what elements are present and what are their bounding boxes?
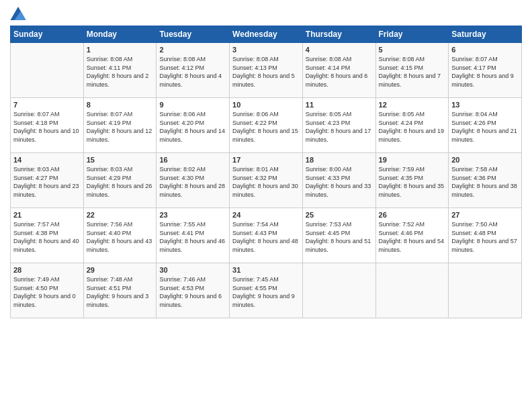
- cell-5-3: 30Sunrise: 7:46 AMSunset: 4:53 PMDayligh…: [157, 263, 230, 318]
- cell-1-5: 4Sunrise: 8:08 AMSunset: 4:14 PMDaylight…: [302, 43, 375, 98]
- week-row-4: 21Sunrise: 7:57 AMSunset: 4:38 PMDayligh…: [11, 208, 522, 263]
- cell-info: Sunrise: 7:54 AMSunset: 4:43 PMDaylight:…: [232, 220, 300, 254]
- logo-icon: [10, 7, 26, 20]
- col-header-wednesday: Wednesday: [230, 26, 303, 43]
- day-number: 7: [13, 101, 81, 109]
- cell-2-4: 10Sunrise: 8:06 AMSunset: 4:22 PMDayligh…: [230, 98, 303, 153]
- cell-1-6: 5Sunrise: 8:08 AMSunset: 4:15 PMDaylight…: [375, 43, 449, 98]
- day-number: 22: [87, 211, 154, 219]
- logo: [10, 7, 29, 20]
- cell-info: Sunrise: 8:07 AMSunset: 4:18 PMDaylight:…: [13, 110, 81, 144]
- day-number: 18: [306, 156, 373, 164]
- cell-2-3: 9Sunrise: 8:06 AMSunset: 4:20 PMDaylight…: [157, 98, 230, 153]
- col-header-saturday: Saturday: [449, 26, 522, 43]
- cell-4-5: 25Sunrise: 7:53 AMSunset: 4:45 PMDayligh…: [302, 208, 375, 263]
- day-number: 30: [159, 266, 226, 274]
- cell-4-1: 21Sunrise: 7:57 AMSunset: 4:38 PMDayligh…: [11, 208, 84, 263]
- cell-info: Sunrise: 8:06 AMSunset: 4:20 PMDaylight:…: [159, 110, 226, 144]
- day-number: 3: [232, 46, 300, 54]
- col-header-tuesday: Tuesday: [157, 26, 230, 43]
- cell-3-1: 14Sunrise: 8:03 AMSunset: 4:27 PMDayligh…: [11, 153, 84, 208]
- cell-1-2: 1Sunrise: 8:08 AMSunset: 4:11 PMDaylight…: [83, 43, 157, 98]
- day-number: 10: [232, 101, 300, 109]
- cell-info: Sunrise: 8:08 AMSunset: 4:14 PMDaylight:…: [306, 55, 373, 89]
- cell-5-7: [449, 263, 522, 318]
- cell-5-2: 29Sunrise: 7:48 AMSunset: 4:51 PMDayligh…: [83, 263, 157, 318]
- cell-info: Sunrise: 7:50 AMSunset: 4:48 PMDaylight:…: [451, 220, 519, 254]
- cell-info: Sunrise: 7:57 AMSunset: 4:38 PMDaylight:…: [13, 220, 81, 254]
- day-number: 29: [87, 266, 154, 274]
- cell-1-3: 2Sunrise: 8:08 AMSunset: 4:12 PMDaylight…: [157, 43, 230, 98]
- cell-3-5: 18Sunrise: 8:00 AMSunset: 4:33 PMDayligh…: [302, 153, 375, 208]
- week-row-2: 7Sunrise: 8:07 AMSunset: 4:18 PMDaylight…: [11, 98, 522, 153]
- cell-info: Sunrise: 7:53 AMSunset: 4:45 PMDaylight:…: [306, 220, 373, 254]
- cell-info: Sunrise: 7:55 AMSunset: 4:41 PMDaylight:…: [159, 220, 226, 254]
- cell-3-3: 16Sunrise: 8:02 AMSunset: 4:30 PMDayligh…: [157, 153, 230, 208]
- cell-info: Sunrise: 7:58 AMSunset: 4:36 PMDaylight:…: [451, 165, 519, 199]
- day-number: 17: [232, 156, 300, 164]
- day-number: 15: [87, 156, 154, 164]
- cell-2-6: 12Sunrise: 8:05 AMSunset: 4:24 PMDayligh…: [375, 98, 449, 153]
- cell-2-1: 7Sunrise: 8:07 AMSunset: 4:18 PMDaylight…: [11, 98, 84, 153]
- week-row-5: 28Sunrise: 7:49 AMSunset: 4:50 PMDayligh…: [11, 263, 522, 318]
- cell-5-6: [375, 263, 449, 318]
- col-header-friday: Friday: [375, 26, 449, 43]
- cell-info: Sunrise: 7:48 AMSunset: 4:51 PMDaylight:…: [87, 275, 154, 309]
- cell-info: Sunrise: 7:45 AMSunset: 4:55 PMDaylight:…: [232, 275, 300, 309]
- day-number: 24: [232, 211, 300, 219]
- day-number: 8: [87, 101, 154, 109]
- day-number: 11: [306, 101, 373, 109]
- col-header-sunday: Sunday: [11, 26, 84, 43]
- calendar-table: SundayMondayTuesdayWednesdayThursdayFrid…: [10, 26, 522, 318]
- day-number: 19: [379, 156, 446, 164]
- day-number: 26: [379, 211, 446, 219]
- day-number: 2: [159, 46, 226, 54]
- cell-5-1: 28Sunrise: 7:49 AMSunset: 4:50 PMDayligh…: [11, 263, 84, 318]
- day-number: 31: [232, 266, 300, 274]
- cell-info: Sunrise: 8:06 AMSunset: 4:22 PMDaylight:…: [232, 110, 300, 144]
- cell-1-1: [11, 43, 84, 98]
- col-header-monday: Monday: [83, 26, 157, 43]
- day-number: 6: [451, 46, 519, 54]
- cell-5-4: 31Sunrise: 7:45 AMSunset: 4:55 PMDayligh…: [230, 263, 303, 318]
- cell-4-6: 26Sunrise: 7:52 AMSunset: 4:46 PMDayligh…: [375, 208, 449, 263]
- cell-1-4: 3Sunrise: 8:08 AMSunset: 4:13 PMDaylight…: [230, 43, 303, 98]
- cell-3-2: 15Sunrise: 8:03 AMSunset: 4:29 PMDayligh…: [83, 153, 157, 208]
- day-number: 16: [159, 156, 226, 164]
- cell-3-7: 20Sunrise: 7:58 AMSunset: 4:36 PMDayligh…: [449, 153, 522, 208]
- day-number: 1: [87, 46, 154, 54]
- day-number: 23: [159, 211, 226, 219]
- day-number: 4: [306, 46, 373, 54]
- week-row-3: 14Sunrise: 8:03 AMSunset: 4:27 PMDayligh…: [11, 153, 522, 208]
- day-number: 25: [306, 211, 373, 219]
- cell-3-6: 19Sunrise: 7:59 AMSunset: 4:35 PMDayligh…: [375, 153, 449, 208]
- cell-info: Sunrise: 8:03 AMSunset: 4:29 PMDaylight:…: [87, 165, 154, 199]
- day-number: 12: [379, 101, 446, 109]
- cell-info: Sunrise: 8:05 AMSunset: 4:23 PMDaylight:…: [306, 110, 373, 144]
- header-row: SundayMondayTuesdayWednesdayThursdayFrid…: [11, 26, 522, 43]
- day-number: 20: [451, 156, 519, 164]
- day-number: 27: [451, 211, 519, 219]
- cell-info: Sunrise: 8:08 AMSunset: 4:15 PMDaylight:…: [379, 55, 446, 89]
- cell-info: Sunrise: 8:08 AMSunset: 4:13 PMDaylight:…: [232, 55, 300, 89]
- main-container: SundayMondayTuesdayWednesdayThursdayFrid…: [0, 0, 532, 325]
- cell-info: Sunrise: 8:03 AMSunset: 4:27 PMDaylight:…: [13, 165, 81, 199]
- cell-info: Sunrise: 8:08 AMSunset: 4:11 PMDaylight:…: [87, 55, 154, 89]
- cell-2-2: 8Sunrise: 8:07 AMSunset: 4:19 PMDaylight…: [83, 98, 157, 153]
- day-number: 5: [379, 46, 446, 54]
- cell-2-7: 13Sunrise: 8:04 AMSunset: 4:26 PMDayligh…: [449, 98, 522, 153]
- cell-4-3: 23Sunrise: 7:55 AMSunset: 4:41 PMDayligh…: [157, 208, 230, 263]
- header: [10, 7, 522, 20]
- cell-info: Sunrise: 7:56 AMSunset: 4:40 PMDaylight:…: [87, 220, 154, 254]
- cell-info: Sunrise: 8:02 AMSunset: 4:30 PMDaylight:…: [159, 165, 226, 199]
- cell-1-7: 6Sunrise: 8:07 AMSunset: 4:17 PMDaylight…: [449, 43, 522, 98]
- day-number: 14: [13, 156, 81, 164]
- cell-info: Sunrise: 8:07 AMSunset: 4:17 PMDaylight:…: [451, 55, 519, 89]
- cell-info: Sunrise: 8:01 AMSunset: 4:32 PMDaylight:…: [232, 165, 300, 199]
- cell-info: Sunrise: 7:46 AMSunset: 4:53 PMDaylight:…: [159, 275, 226, 309]
- cell-info: Sunrise: 7:49 AMSunset: 4:50 PMDaylight:…: [13, 275, 81, 309]
- cell-info: Sunrise: 8:00 AMSunset: 4:33 PMDaylight:…: [306, 165, 373, 199]
- week-row-1: 1Sunrise: 8:08 AMSunset: 4:11 PMDaylight…: [11, 43, 522, 98]
- cell-2-5: 11Sunrise: 8:05 AMSunset: 4:23 PMDayligh…: [302, 98, 375, 153]
- cell-3-4: 17Sunrise: 8:01 AMSunset: 4:32 PMDayligh…: [230, 153, 303, 208]
